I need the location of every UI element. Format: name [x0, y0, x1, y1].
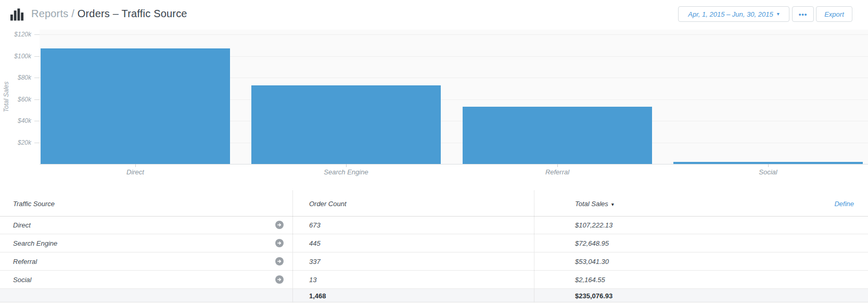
define-link[interactable]: Define: [834, 200, 854, 208]
column-header-order-count[interactable]: Order Count: [309, 200, 347, 208]
order-count-cell: 337: [309, 258, 321, 265]
ellipsis-icon: •••: [799, 10, 808, 18]
bar-referral[interactable]: [463, 107, 652, 164]
table-row[interactable]: Social 13 $2,164.55: [0, 271, 868, 289]
x-axis-label: Search Engine: [289, 168, 403, 176]
table-row[interactable]: Direct 673 $107,222.13: [0, 216, 868, 234]
bar-search-engine[interactable]: [251, 85, 441, 164]
report-title: Orders – Traffic Source: [78, 8, 187, 19]
column-header-total-sales[interactable]: Total Sales▾: [575, 200, 614, 208]
x-axis-line: [40, 164, 868, 164]
export-button[interactable]: Export: [816, 6, 852, 22]
traffic-source-cell: Social: [13, 276, 31, 284]
y-axis-tick-label: $120k: [0, 31, 31, 38]
x-axis-label: Referral: [500, 168, 615, 176]
report-page: Reports / Orders – Traffic Source Apr, 1…: [0, 0, 868, 304]
traffic-source-cell: Direct: [13, 221, 31, 229]
bar-chart-logo-icon: [10, 7, 24, 21]
y-axis-tick-label: $80k: [0, 74, 31, 81]
y-axis-tick: [34, 99, 40, 100]
y-axis-tick-label: $20k: [0, 139, 31, 146]
page-title: Reports / Orders – Traffic Source: [31, 8, 187, 20]
total-sales-sum: $235,076.93: [575, 292, 612, 300]
y-axis-tick: [34, 56, 40, 57]
order-count-cell: 673: [309, 221, 321, 229]
bar-direct[interactable]: [41, 48, 230, 164]
column-header-traffic-source[interactable]: Traffic Source: [13, 200, 55, 208]
sort-descending-icon: ▾: [611, 201, 614, 207]
y-axis-tick: [34, 121, 40, 121]
x-axis-label: Direct: [78, 168, 193, 176]
breadcrumb[interactable]: Reports /: [31, 8, 74, 19]
column-separator: [534, 191, 534, 302]
drill-in-arrow-icon[interactable]: [275, 221, 284, 229]
total-order-count: 1,468: [309, 292, 326, 300]
gridline: [40, 34, 868, 35]
column-separator: [292, 191, 293, 302]
chevron-down-icon: ▾: [777, 11, 780, 17]
date-range-button[interactable]: Apr, 1, 2015 – Jun, 30, 2015 ▾: [678, 6, 789, 22]
traffic-source-cell: Search Engine: [13, 239, 57, 247]
x-axis-tick: [557, 164, 558, 167]
x-axis-tick: [768, 164, 769, 167]
total-sales-cell: $107,222.13: [575, 221, 612, 229]
plot-area: [40, 30, 868, 164]
y-axis-tick: [34, 78, 40, 78]
x-axis-tick: [135, 164, 136, 167]
total-sales-cell: $2,164.55: [575, 276, 605, 284]
date-range-label: Apr, 1, 2015 – Jun, 30, 2015: [688, 10, 773, 18]
y-axis-tick-label: $100k: [0, 53, 31, 60]
export-label: Export: [824, 10, 844, 18]
drill-in-arrow-icon[interactable]: [275, 257, 284, 265]
y-axis-tick-label: $60k: [0, 96, 31, 103]
order-count-cell: 445: [309, 239, 321, 247]
total-sales-cell: $53,041.30: [575, 258, 609, 265]
x-axis-label: Social: [711, 168, 825, 176]
order-count-cell: 13: [309, 276, 316, 284]
drill-in-arrow-icon[interactable]: [275, 239, 284, 247]
more-options-button[interactable]: •••: [792, 6, 814, 22]
table-row[interactable]: Referral 337 $53,041.30: [0, 252, 868, 271]
y-axis-tick-label: $40k: [0, 117, 31, 124]
table-row[interactable]: Search Engine 445 $72,648.95: [0, 234, 868, 252]
table-totals-row: 1,468 $235,076.93: [0, 289, 868, 302]
y-axis-tick: [34, 143, 40, 143]
y-axis-tick: [34, 34, 40, 35]
traffic-source-cell: Referral: [13, 258, 37, 265]
x-axis-tick: [346, 164, 347, 167]
drill-in-arrow-icon[interactable]: [275, 275, 284, 284]
total-sales-cell: $72,648.95: [575, 239, 609, 247]
